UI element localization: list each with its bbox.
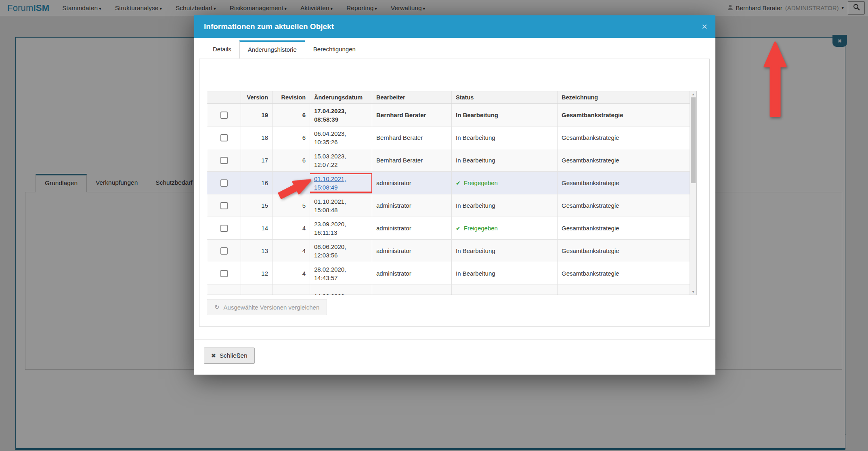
status-cell [452, 285, 558, 295]
version-cell: 18 [241, 126, 273, 149]
revision-cell: 6 [273, 104, 310, 126]
name-cell: Gesamtbankstrategie [558, 126, 696, 149]
status-cell: In Bearbeitung [452, 262, 558, 285]
row-checkbox[interactable] [220, 179, 228, 187]
revision-cell: 4 [273, 262, 310, 285]
status-cell: In Bearbeitung [452, 126, 558, 149]
change-date-cell: 08.06.2020,12:03:56 [310, 240, 372, 262]
select-cell [207, 217, 241, 239]
revision-cell: 6 [273, 149, 310, 171]
change-date-cell: 17.04.2023,08:58:39 [310, 104, 372, 126]
change-date: 23.09.2020, [314, 220, 346, 228]
select-cell [207, 240, 241, 262]
history-row: 14.02.2020 [207, 285, 696, 295]
scroll-down-icon[interactable]: ▼ [690, 289, 696, 295]
name-cell: Gesamtbankstrategie [558, 240, 696, 262]
modal-header: Informationen zum aktuellen Objekt × [194, 15, 715, 38]
row-checkbox[interactable] [220, 225, 228, 232]
annotation-arrow-to-info [763, 41, 787, 120]
change-date: 01.10.2021, [314, 197, 346, 206]
status-text: Freigegeben [464, 225, 498, 232]
change-date: 08.06.2020, [314, 242, 346, 251]
change-date[interactable]: 01.10.2021, [314, 175, 346, 183]
modal-footer-divider [194, 339, 715, 340]
modal-tab-berechtigungen[interactable]: Berechtigungen [305, 40, 364, 59]
editor-cell: administrator [372, 240, 452, 262]
change-time: 08:58:39 [314, 115, 338, 124]
modal-close-button[interactable]: ✖ Schließen [204, 348, 255, 364]
refresh-icon: ↻ [214, 303, 220, 311]
status-approved: ✔Freigegeben [456, 225, 498, 232]
history-row: 17615.03.2023,12:07:22Bernhard BeraterIn… [207, 149, 696, 172]
version-cell: 12 [241, 262, 273, 285]
name-cell: Gesamtbankstrategie [558, 149, 696, 171]
version-cell: 17 [241, 149, 273, 171]
column-header-bezeichnung: Bezeichnung [558, 91, 696, 103]
name-cell: Gesamtbankstrategie [558, 217, 696, 239]
change-date: 28.02.2020, [314, 265, 346, 274]
editor-cell: administrator [372, 217, 452, 239]
change-date-cell: 23.09.2020,16:11:13 [310, 217, 372, 239]
change-date-cell[interactable]: 01.10.2021,15:08:49 [310, 172, 372, 194]
change-date-cell: 15.03.2023,12:07:22 [310, 149, 372, 171]
change-time: 12:03:56 [314, 251, 338, 259]
name-cell: Gesamtbankstrategie [558, 172, 696, 194]
compare-versions-button[interactable]: ↻ Ausgewählte Versionen vergleichen [207, 299, 327, 315]
status-cell: In Bearbeitung [452, 104, 558, 126]
editor-cell: Bernhard Berater [372, 104, 452, 126]
history-row: 12428.02.2020,14:43:57administratorIn Be… [207, 262, 696, 285]
modal-close-icon[interactable]: × [702, 22, 707, 32]
scroll-up-icon[interactable]: ▲ [690, 91, 696, 97]
select-cell [207, 285, 241, 295]
editor-cell: administrator [372, 194, 452, 217]
column-header-revision: Revision [273, 91, 310, 103]
scrollbar-thumb[interactable] [691, 97, 696, 183]
version-cell: 13 [241, 240, 273, 262]
change-time: 10:35:26 [314, 138, 338, 146]
history-row: 14423.09.2020,16:11:13administrator✔Frei… [207, 217, 696, 240]
change-date: 17.04.2023, [314, 107, 346, 115]
change-time: 16:11:13 [314, 228, 337, 237]
select-cell [207, 104, 241, 126]
name-cell: Gesamtbankstrategie [558, 104, 696, 126]
editor-cell: administrator [372, 172, 452, 194]
change-date-cell: 14.02.2020 [310, 285, 372, 295]
column-header-bearbeiter: Bearbeiter [372, 91, 452, 103]
history-row: 13408.06.2020,12:03:56administratorIn Be… [207, 240, 696, 262]
history-table-header: VersionRevisionÄnderungsdatumBearbeiterS… [207, 91, 696, 104]
change-date: 15.03.2023, [314, 152, 346, 160]
status-cell: In Bearbeitung [452, 194, 558, 217]
change-time: 15:08:48 [314, 206, 338, 214]
version-cell: 16 [241, 172, 273, 194]
modal-tab-änderungshistorie[interactable]: Änderungshistorie [239, 40, 305, 59]
table-scrollbar[interactable]: ▲ ▼ [690, 91, 696, 295]
change-time[interactable]: 15:08:49 [314, 183, 338, 192]
revision-cell [273, 285, 310, 295]
change-date-cell: 28.02.2020,14:43:57 [310, 262, 372, 285]
modal-tabs: DetailsÄnderungshistorieBerechtigungen [205, 40, 364, 59]
change-date-cell: 06.04.2023,10:35:26 [310, 126, 372, 149]
row-checkbox[interactable] [220, 157, 228, 164]
modal-tab-details[interactable]: Details [205, 40, 239, 59]
status-approved: ✔Freigegeben [456, 179, 498, 186]
revision-cell: 4 [273, 240, 310, 262]
version-cell: 19 [241, 104, 273, 126]
row-checkbox[interactable] [220, 134, 228, 141]
row-checkbox[interactable] [220, 112, 228, 119]
modal-title: Informationen zum aktuellen Objekt [204, 22, 334, 31]
editor-cell: Bernhard Berater [372, 149, 452, 171]
status-cell: ✔Freigegeben [452, 217, 558, 239]
row-checkbox[interactable] [220, 202, 228, 209]
editor-cell [372, 285, 452, 295]
select-cell [207, 262, 241, 285]
version-cell [241, 285, 273, 295]
status-cell: In Bearbeitung [452, 240, 558, 262]
row-checkbox[interactable] [220, 270, 228, 277]
history-row: 18606.04.2023,10:35:26Bernhard BeraterIn… [207, 126, 696, 149]
revision-cell: 6 [273, 126, 310, 149]
column-header-select [207, 91, 241, 103]
change-date: 06.04.2023, [314, 129, 346, 138]
row-checkbox[interactable] [220, 247, 228, 255]
check-icon: ✔ [456, 225, 461, 232]
select-cell [207, 126, 241, 149]
